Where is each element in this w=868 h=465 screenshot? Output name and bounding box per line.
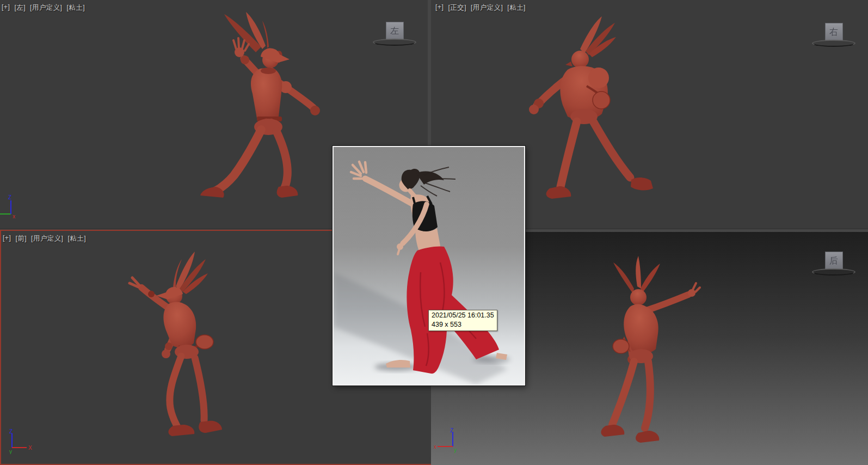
axis-z-label: Z [8, 194, 11, 200]
model-silhouette [529, 16, 653, 199]
viewcube-compass-ring[interactable] [812, 268, 855, 276]
clay-model-ortho-view[interactable] [516, 15, 657, 203]
viewport-pov-menu[interactable]: [用户定义] [30, 3, 62, 13]
world-axis-tripod: Z x [0, 194, 38, 219]
axis-x-label: X [28, 445, 32, 451]
tooltip-timestamp: 2021/05/25 16:01.35 [432, 311, 494, 320]
reference-image-window[interactable]: 2021/05/25 16:01.35 439 x 553 [333, 146, 525, 386]
world-axis-tripod: Z X y [2, 429, 35, 454]
viewport-shading-menu[interactable]: [粘土] [507, 3, 526, 13]
viewport-shading-menu[interactable]: [粘土] [66, 3, 85, 13]
viewcube-face[interactable]: 右 [825, 23, 843, 41]
viewport-view-menu[interactable]: [左] [14, 3, 26, 13]
axis-z-label: Z [9, 429, 13, 435]
axis-y-label: y [9, 449, 12, 454]
viewcube-face[interactable]: 左 [386, 22, 404, 40]
viewport-shading-menu[interactable]: [粘土] [67, 234, 86, 243]
viewport-pov-menu[interactable]: [用户定义] [471, 3, 503, 13]
viewport-label: [+] [左] [用户定义] [粘土] [2, 3, 85, 13]
viewport-view-menu[interactable]: [前] [15, 234, 27, 243]
reference-photo-dancer[interactable] [334, 147, 524, 384]
axis-x-label: x [13, 213, 15, 219]
viewcube-face[interactable]: 后 [825, 252, 843, 270]
max-viewport-layout: [+] [左] [用户定义] [粘土] 左 [0, 0, 868, 465]
viewport-pov-menu[interactable]: [用户定义] [31, 234, 63, 243]
viewport-view-menu[interactable]: [正交] [448, 3, 466, 13]
axis-z-label: Z [450, 428, 453, 433]
viewport-config-menu[interactable]: [+] [2, 3, 10, 13]
axis-y-label: y [454, 447, 457, 453]
viewcube[interactable]: 左 [372, 22, 417, 46]
viewport-config-menu[interactable]: [+] [3, 234, 11, 243]
viewcube-compass-ring[interactable] [373, 39, 416, 46]
viewcube-compass-ring[interactable] [812, 40, 855, 47]
model-silhouette [130, 252, 222, 436]
clay-model-left-view[interactable] [196, 12, 322, 206]
tooltip-dimensions: 439 x 553 [432, 320, 494, 329]
viewport-label: [+] [正交] [用户定义] [粘土] [435, 3, 526, 13]
clay-model-front-view[interactable] [124, 247, 233, 439]
world-axis-tripod: Z x y [433, 428, 464, 453]
viewport-config-menu[interactable]: [+] [435, 3, 444, 13]
model-silhouette [601, 256, 700, 443]
viewcube[interactable]: 后 [811, 252, 857, 276]
viewport-label: [+] [前] [用户定义] [粘土] [3, 234, 86, 243]
model-silhouette [200, 12, 320, 198]
clay-model-back-view[interactable] [589, 255, 701, 446]
axis-x-label: x [434, 444, 436, 450]
viewcube[interactable]: 右 [811, 23, 857, 47]
image-info-tooltip: 2021/05/25 16:01.35 439 x 553 [428, 310, 497, 331]
photo-content [334, 147, 524, 384]
